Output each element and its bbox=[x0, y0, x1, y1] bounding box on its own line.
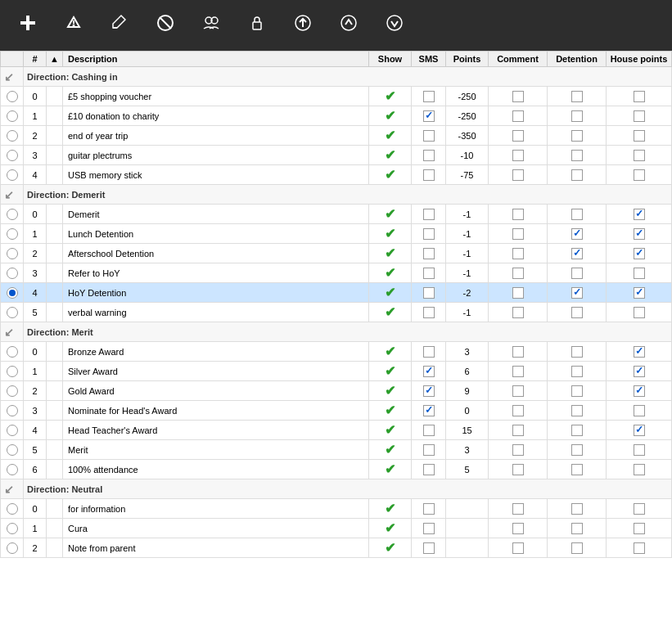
sms-checkbox[interactable] bbox=[423, 366, 435, 377]
row-radio[interactable] bbox=[7, 464, 18, 475]
house-cell[interactable] bbox=[607, 205, 672, 224]
detention-cell[interactable] bbox=[548, 205, 607, 224]
house-checkbox[interactable] bbox=[634, 169, 645, 181]
sms-cell[interactable] bbox=[412, 342, 446, 362]
house-checkbox[interactable] bbox=[634, 209, 645, 220]
table-row[interactable]: 5 Merit ✔ 3 bbox=[1, 440, 672, 460]
detention-cell[interactable] bbox=[548, 224, 607, 244]
toggle-hidden-button[interactable] bbox=[52, 11, 95, 41]
comment-cell[interactable] bbox=[489, 342, 548, 362]
comment-checkbox[interactable] bbox=[512, 444, 524, 456]
sms-cell[interactable] bbox=[412, 538, 446, 558]
sms-cell[interactable] bbox=[412, 224, 446, 244]
house-checkbox[interactable] bbox=[634, 130, 645, 142]
radio-cell[interactable] bbox=[1, 263, 24, 283]
table-row[interactable]: 0 Bronze Award ✔ 3 bbox=[1, 342, 672, 362]
house-cell[interactable] bbox=[607, 499, 672, 519]
house-checkbox[interactable] bbox=[634, 385, 645, 397]
radio-cell[interactable] bbox=[1, 205, 24, 224]
toggle-visible-button[interactable] bbox=[282, 11, 324, 41]
detention-checkbox[interactable] bbox=[571, 307, 583, 318]
comment-cell[interactable] bbox=[489, 205, 548, 224]
restrict-usage-button[interactable] bbox=[236, 11, 278, 41]
detention-checkbox[interactable] bbox=[571, 542, 583, 554]
radio-cell[interactable] bbox=[1, 538, 24, 558]
detention-checkbox[interactable] bbox=[571, 150, 583, 161]
table-row[interactable]: 0 Demerit ✔ -1 bbox=[1, 205, 672, 224]
sms-cell[interactable] bbox=[412, 362, 446, 381]
sms-checkbox[interactable] bbox=[423, 130, 435, 142]
detention-cell[interactable] bbox=[548, 421, 607, 440]
sms-cell[interactable] bbox=[412, 244, 446, 263]
radio-cell[interactable] bbox=[1, 342, 24, 362]
radio-cell[interactable] bbox=[1, 224, 24, 244]
detention-cell[interactable] bbox=[548, 342, 607, 362]
comment-checkbox[interactable] bbox=[512, 542, 524, 554]
detention-cell[interactable] bbox=[548, 165, 607, 185]
row-radio[interactable] bbox=[7, 385, 18, 397]
detention-cell[interactable] bbox=[548, 87, 607, 106]
house-checkbox[interactable] bbox=[634, 405, 645, 416]
table-row[interactable]: 2 end of year trip ✔ -350 bbox=[1, 126, 672, 146]
comment-checkbox[interactable] bbox=[512, 464, 524, 475]
detention-checkbox[interactable] bbox=[571, 366, 583, 377]
comment-checkbox[interactable] bbox=[512, 209, 524, 220]
house-cell[interactable] bbox=[607, 146, 672, 165]
row-radio[interactable] bbox=[7, 307, 18, 318]
sms-checkbox[interactable] bbox=[423, 346, 435, 358]
table-row[interactable]: 5 verbal warning ✔ -1 bbox=[1, 303, 672, 322]
move-up-button[interactable] bbox=[327, 11, 370, 41]
detention-checkbox[interactable] bbox=[571, 464, 583, 475]
comment-cell[interactable] bbox=[489, 381, 548, 401]
comment-cell[interactable] bbox=[489, 87, 548, 106]
radio-cell[interactable] bbox=[1, 87, 24, 106]
radio-cell[interactable] bbox=[1, 421, 24, 440]
radio-cell[interactable] bbox=[1, 381, 24, 401]
house-checkbox[interactable] bbox=[634, 287, 645, 299]
detention-checkbox[interactable] bbox=[571, 228, 583, 240]
comment-cell[interactable] bbox=[489, 126, 548, 146]
table-row[interactable]: 2 Note from parent ✔ bbox=[1, 538, 672, 558]
sms-checkbox[interactable] bbox=[423, 287, 435, 299]
house-cell[interactable] bbox=[607, 303, 672, 322]
comment-cell[interactable] bbox=[489, 106, 548, 126]
detention-cell[interactable] bbox=[548, 362, 607, 381]
detention-cell[interactable] bbox=[548, 381, 607, 401]
house-cell[interactable] bbox=[607, 87, 672, 106]
row-radio[interactable] bbox=[7, 542, 18, 554]
house-checkbox[interactable] bbox=[634, 307, 645, 318]
detention-checkbox[interactable] bbox=[571, 425, 583, 436]
detention-cell[interactable] bbox=[548, 263, 607, 283]
detention-checkbox[interactable] bbox=[571, 91, 583, 102]
comment-checkbox[interactable] bbox=[512, 425, 524, 436]
table-row[interactable]: 3 Refer to HoY ✔ -1 bbox=[1, 263, 672, 283]
row-radio[interactable] bbox=[7, 287, 18, 299]
house-cell[interactable] bbox=[607, 538, 672, 558]
detention-checkbox[interactable] bbox=[571, 268, 583, 279]
comment-checkbox[interactable] bbox=[512, 150, 524, 161]
table-row[interactable]: 1 Silver Award ✔ 6 bbox=[1, 362, 672, 381]
table-row[interactable]: 2 Afterschool Detention ✔ -1 bbox=[1, 244, 672, 263]
house-checkbox[interactable] bbox=[634, 346, 645, 358]
sms-checkbox[interactable] bbox=[423, 503, 435, 515]
radio-cell[interactable] bbox=[1, 126, 24, 146]
radio-cell[interactable] bbox=[1, 146, 24, 165]
sms-cell[interactable] bbox=[412, 499, 446, 519]
comment-checkbox[interactable] bbox=[512, 287, 524, 299]
row-radio[interactable] bbox=[7, 444, 18, 456]
detention-checkbox[interactable] bbox=[571, 287, 583, 299]
house-cell[interactable] bbox=[607, 381, 672, 401]
sms-cell[interactable] bbox=[412, 519, 446, 538]
comment-checkbox[interactable] bbox=[512, 228, 524, 240]
radio-cell[interactable] bbox=[1, 303, 24, 322]
house-checkbox[interactable] bbox=[634, 248, 645, 259]
comment-checkbox[interactable] bbox=[512, 405, 524, 416]
row-radio[interactable] bbox=[7, 523, 18, 534]
comment-checkbox[interactable] bbox=[512, 91, 524, 102]
house-cell[interactable] bbox=[607, 165, 672, 185]
table-row[interactable]: 0 £5 shopping voucher ✔ -250 bbox=[1, 87, 672, 106]
house-cell[interactable] bbox=[607, 519, 672, 538]
table-row[interactable]: 4 USB memory stick ✔ -75 bbox=[1, 165, 672, 185]
sms-cell[interactable] bbox=[412, 263, 446, 283]
house-cell[interactable] bbox=[607, 106, 672, 126]
